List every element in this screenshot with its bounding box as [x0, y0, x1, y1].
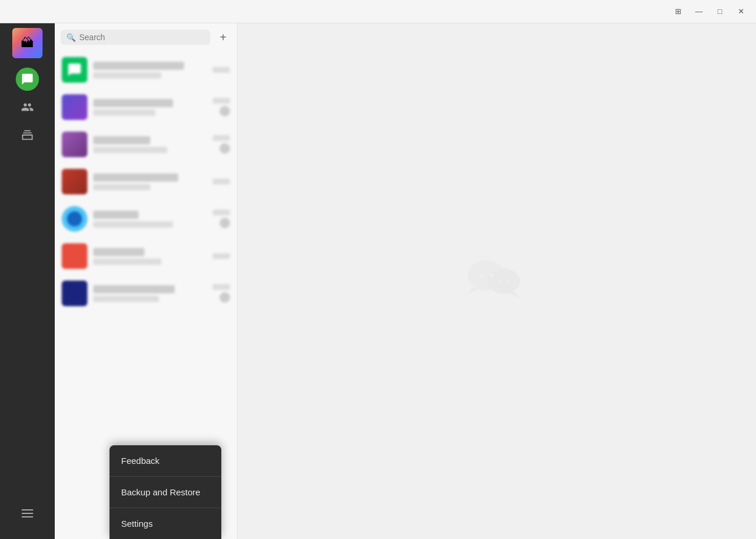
chat-icon — [21, 73, 34, 86]
app-body: 🏔 — [0, 23, 756, 539]
chat-preview — [93, 184, 150, 190]
main-content — [238, 23, 756, 539]
chat-meta — [213, 135, 230, 154]
chat-avatar — [62, 206, 87, 232]
context-menu: Feedback Backup and Restore Settings — [109, 445, 221, 539]
search-input-wrap[interactable]: 🔍 — [61, 30, 210, 45]
chat-avatar — [62, 94, 87, 120]
minimize-button[interactable]: — — [688, 2, 709, 21]
chat-info — [93, 248, 207, 265]
pin-button[interactable]: ⊞ — [667, 2, 688, 21]
chat-avatar — [62, 132, 87, 157]
chat-meta — [213, 179, 230, 185]
sidebar-item-menu[interactable] — [16, 502, 39, 525]
chat-avatar — [62, 57, 87, 83]
chat-info — [93, 99, 207, 116]
title-bar: ⊞ — □ ✕ — [0, 0, 756, 23]
chat-name — [93, 136, 150, 144]
chat-badge — [220, 143, 230, 154]
chat-info — [93, 173, 207, 190]
chat-meta — [213, 98, 230, 116]
chat-time — [213, 98, 230, 104]
avatar[interactable]: 🏔 — [12, 28, 43, 58]
svg-point-3 — [490, 274, 493, 277]
minimize-icon: — — [695, 7, 703, 16]
hamburger-icon — [22, 509, 33, 517]
chat-info — [93, 285, 207, 302]
close-icon: ✕ — [738, 7, 744, 16]
chat-item[interactable] — [55, 163, 237, 200]
feedback-menu-item[interactable]: Feedback — [109, 445, 221, 476]
chat-info — [93, 211, 207, 228]
maximize-icon: □ — [718, 7, 722, 16]
chat-name — [93, 173, 178, 182]
chat-preview — [93, 109, 156, 116]
chat-meta — [213, 67, 230, 73]
sidebar-bottom — [16, 502, 39, 530]
icon-sidebar: 🏔 — [0, 23, 55, 539]
chat-item[interactable] — [55, 51, 237, 88]
chat-item[interactable] — [55, 200, 237, 237]
sidebar-item-chat[interactable] — [16, 68, 39, 91]
sidebar-item-discover[interactable] — [16, 123, 39, 147]
chat-panel: 🔍 + — [55, 23, 238, 539]
chat-item[interactable] — [55, 275, 237, 312]
chat-item[interactable] — [55, 237, 237, 275]
maximize-button[interactable]: □ — [709, 2, 730, 21]
chat-info — [93, 136, 207, 153]
chat-badge — [220, 218, 230, 228]
chat-name — [93, 211, 139, 219]
chat-meta — [213, 284, 230, 303]
chat-time — [213, 179, 230, 185]
chat-avatar — [62, 169, 87, 194]
chat-name — [93, 62, 184, 70]
chat-name — [93, 99, 173, 107]
chat-time — [213, 135, 230, 141]
chat-time — [213, 210, 230, 215]
svg-point-1 — [487, 268, 520, 294]
contacts-icon — [21, 101, 34, 114]
backup-restore-menu-item[interactable]: Backup and Restore — [109, 477, 221, 508]
plus-icon: + — [220, 31, 227, 44]
chat-avatar — [62, 243, 87, 269]
chat-preview — [93, 296, 159, 302]
chat-preview — [93, 258, 161, 265]
wechat-logo — [462, 251, 532, 311]
chat-info — [93, 62, 207, 79]
svg-point-4 — [498, 280, 501, 283]
search-icon: 🔍 — [66, 33, 76, 42]
chat-item[interactable] — [55, 88, 237, 126]
svg-point-5 — [507, 280, 510, 283]
chat-badge — [220, 292, 230, 303]
chat-time — [213, 284, 230, 290]
chat-badge — [220, 106, 230, 116]
chat-preview — [93, 221, 173, 228]
add-contact-button[interactable]: + — [215, 29, 231, 45]
chat-time — [213, 253, 230, 259]
avatar-emoji: 🏔 — [21, 36, 34, 51]
chat-name — [93, 285, 175, 293]
settings-menu-item[interactable]: Settings — [109, 508, 221, 539]
chat-item[interactable] — [55, 126, 237, 163]
chat-meta — [213, 210, 230, 228]
sidebar-item-contacts[interactable] — [16, 95, 39, 119]
pin-icon: ⊞ — [675, 7, 681, 16]
chat-preview — [93, 147, 167, 153]
search-bar: 🔍 + — [55, 23, 237, 51]
search-input[interactable] — [79, 33, 204, 42]
chat-avatar — [62, 281, 87, 306]
chat-name — [93, 248, 144, 256]
chat-preview — [93, 72, 161, 79]
chat-meta — [213, 253, 230, 259]
close-button[interactable]: ✕ — [730, 2, 751, 21]
svg-point-2 — [479, 274, 483, 277]
discover-icon — [21, 129, 34, 141]
chat-time — [213, 67, 230, 73]
